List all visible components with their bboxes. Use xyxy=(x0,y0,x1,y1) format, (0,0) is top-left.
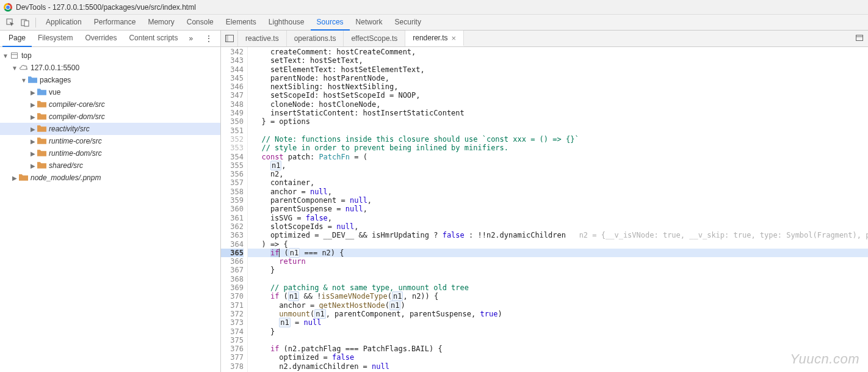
line-number[interactable]: 354 xyxy=(221,153,244,161)
code-line[interactable]: container, xyxy=(253,178,868,187)
code-line[interactable]: parentNode: hostParentNode, xyxy=(253,74,868,82)
line-number[interactable]: 372 xyxy=(221,310,244,318)
code-line[interactable]: const patch: PatchFn = ( xyxy=(253,153,868,161)
code-line[interactable]: anchor = getNextHostNode(n1) xyxy=(253,301,868,310)
code-line[interactable]: parentComponent = null, xyxy=(253,196,868,205)
line-number[interactable]: 371 xyxy=(221,301,244,310)
code-line[interactable]: ) => { xyxy=(253,240,868,249)
code-line[interactable]: } xyxy=(253,266,868,274)
tree-item-shared-src[interactable]: ▶shared/src xyxy=(0,159,220,172)
code-line[interactable]: createComment: hostCreateComment, xyxy=(253,48,868,56)
file-tab-effectScope-ts[interactable]: effectScope.ts xyxy=(344,31,405,46)
code-editor[interactable]: 3423433443453463473483493503513523533543… xyxy=(221,47,868,372)
tree-item-reactivity-src[interactable]: ▶reactivity/src xyxy=(0,123,220,135)
code-line[interactable]: parentSuspense = null, xyxy=(253,205,868,213)
line-number[interactable]: 378 xyxy=(221,362,244,371)
line-number[interactable]: 359 xyxy=(221,196,244,205)
navigator-tab-filesystem[interactable]: Filesystem xyxy=(32,31,79,47)
code-line[interactable]: anchor = null, xyxy=(253,188,868,196)
line-number[interactable]: 374 xyxy=(221,327,244,336)
tab-elements[interactable]: Elements xyxy=(220,15,262,31)
tree-item-runtime-dom-src[interactable]: ▶runtime-dom/src xyxy=(0,147,220,159)
line-number[interactable]: 366 xyxy=(221,257,244,266)
line-number[interactable]: 361 xyxy=(221,214,244,222)
toggle-navigator-icon[interactable] xyxy=(221,31,238,46)
tree-host[interactable]: ▼127.0.0.1:5500 xyxy=(0,62,220,74)
line-number[interactable]: 362 xyxy=(221,222,244,231)
line-number[interactable]: 349 xyxy=(221,109,244,117)
code-line[interactable]: n2, xyxy=(253,170,868,178)
code-line[interactable]: if (n1 && !isSameVNodeType(n1, n2)) { xyxy=(253,292,868,301)
code-line[interactable]: n1, xyxy=(253,161,868,170)
code-line[interactable]: // Note: functions inside this closure s… xyxy=(253,135,868,144)
code-line[interactable]: optimized = __DEV__ && isHmrUpdating ? f… xyxy=(253,231,868,239)
line-number[interactable]: 343 xyxy=(221,56,244,65)
code-line[interactable] xyxy=(253,336,868,345)
navigator-tab-overrides[interactable]: Overrides xyxy=(79,31,123,47)
file-more-icon[interactable] xyxy=(851,34,868,43)
tree-packages[interactable]: ▼packages xyxy=(0,74,220,86)
tree-node-modules[interactable]: ▶node_modules/.pnpm xyxy=(0,172,220,184)
code-line[interactable]: unmount(n1, parentComponent, parentSuspe… xyxy=(253,310,868,318)
navigator-menu-icon[interactable]: ⋮ xyxy=(200,31,218,46)
tree-item-compiler-dom-src[interactable]: ▶compiler-dom/src xyxy=(0,111,220,123)
line-number[interactable]: 360 xyxy=(221,205,244,213)
file-tab-reactive-ts[interactable]: reactive.ts xyxy=(238,31,287,46)
tab-lighthouse[interactable]: Lighthouse xyxy=(262,15,311,31)
line-number[interactable]: 351 xyxy=(221,126,244,135)
tab-network[interactable]: Network xyxy=(350,15,389,31)
tab-performance[interactable]: Performance xyxy=(88,15,142,31)
more-tabs-icon[interactable]: » xyxy=(186,32,195,45)
line-number[interactable]: 373 xyxy=(221,318,244,327)
line-number[interactable]: 367 xyxy=(221,266,244,274)
code-line[interactable]: slotScopeIds = null, xyxy=(253,222,868,231)
line-number[interactable]: 348 xyxy=(221,100,244,109)
code-line[interactable]: return xyxy=(253,257,868,266)
code-line[interactable]: if (n1 === n2) { xyxy=(248,249,868,257)
line-number[interactable]: 363 xyxy=(221,231,244,239)
line-number[interactable]: 356 xyxy=(221,170,244,178)
line-number[interactable]: 376 xyxy=(221,345,244,353)
tab-memory[interactable]: Memory xyxy=(142,15,180,31)
code-line[interactable] xyxy=(253,275,868,283)
code-line[interactable]: n1 = null xyxy=(253,318,868,327)
code-line[interactable]: setElementText: hostSetElementText, xyxy=(253,65,868,74)
line-number[interactable]: 358 xyxy=(221,188,244,196)
line-number[interactable]: 345 xyxy=(221,74,244,82)
code-line[interactable]: } = options xyxy=(253,117,868,126)
line-number[interactable]: 342 xyxy=(221,48,244,56)
tab-security[interactable]: Security xyxy=(389,15,427,31)
close-icon[interactable]: × xyxy=(452,34,457,43)
line-number[interactable]: 347 xyxy=(221,91,244,100)
code-line[interactable]: nextSibling: hostNextSibling, xyxy=(253,82,868,91)
code-line[interactable]: // style in order to prevent being inlin… xyxy=(253,144,868,152)
navigator-tab-content-scripts[interactable]: Content scripts xyxy=(123,31,184,47)
code-line[interactable]: n2.dynamicChildren = null xyxy=(253,362,868,371)
code-line[interactable]: if (n2.patchFlag === PatchFlags.BAIL) { xyxy=(253,345,868,353)
file-tab-renderer-ts[interactable]: renderer.ts× xyxy=(405,31,464,46)
line-number[interactable]: 350 xyxy=(221,117,244,126)
line-number[interactable]: 352 xyxy=(221,135,244,144)
tree-item-runtime-core-src[interactable]: ▶runtime-core/src xyxy=(0,135,220,147)
tab-sources[interactable]: Sources xyxy=(311,15,350,31)
tab-application[interactable]: Application xyxy=(40,15,88,31)
code-line[interactable]: setScopeId: hostSetScopeId = NOOP, xyxy=(253,91,868,100)
device-toggle-icon[interactable] xyxy=(18,16,32,29)
tab-console[interactable]: Console xyxy=(181,15,220,31)
line-number[interactable]: 377 xyxy=(221,353,244,362)
line-number[interactable]: 364 xyxy=(221,240,244,249)
code-line[interactable]: isSVG = false, xyxy=(253,214,868,222)
code-line[interactable]: optimized = false xyxy=(253,353,868,362)
code-line[interactable] xyxy=(253,126,868,135)
line-number[interactable]: 355 xyxy=(221,161,244,170)
line-number[interactable]: 370 xyxy=(221,292,244,301)
code-line[interactable]: insertStaticContent: hostInsertStaticCon… xyxy=(253,109,868,117)
file-tab-operations-ts[interactable]: operations.ts xyxy=(287,31,344,46)
tree-item-vue[interactable]: ▶vue xyxy=(0,86,220,98)
tree-top[interactable]: ▼top xyxy=(0,49,220,62)
code-line[interactable]: } xyxy=(253,327,868,336)
tree-item-compiler-core-src[interactable]: ▶compiler-core/src xyxy=(0,98,220,111)
line-number[interactable]: 346 xyxy=(221,82,244,91)
line-number[interactable]: 375 xyxy=(221,336,244,345)
navigator-tab-page[interactable]: Page xyxy=(2,31,32,47)
